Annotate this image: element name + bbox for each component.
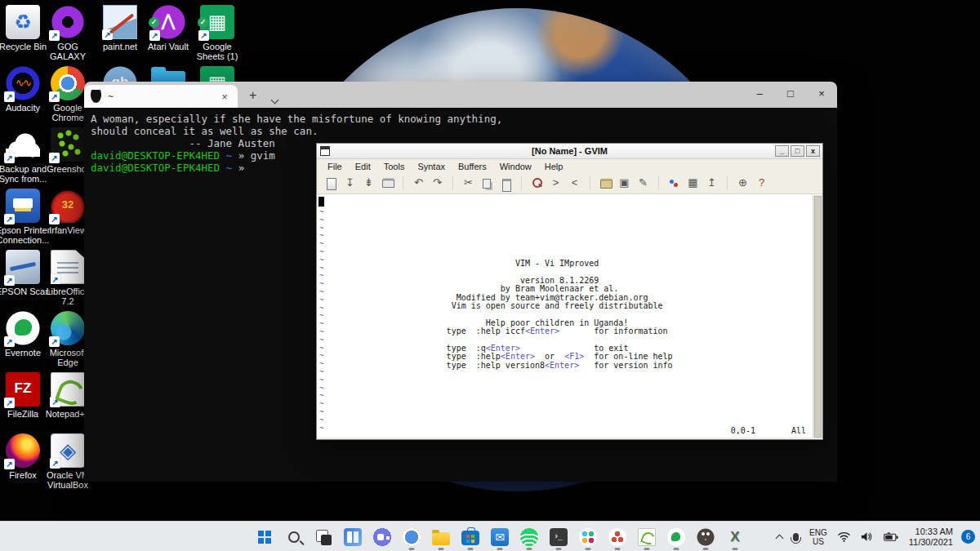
system-tray: ENG US 10:33 AM 11/30/2021 6	[774, 522, 975, 551]
file-explorer-taskbar-icon[interactable]	[426, 522, 456, 551]
save-all-icon[interactable]: ⇟	[361, 176, 376, 191]
paste-icon[interactable]	[498, 176, 514, 191]
explorer-glyph	[432, 532, 450, 545]
vim-welcome-text: VIM - Vi IMproved version 8.1.2269 by Br…	[447, 260, 673, 370]
paintnet-icon: ↗	[103, 5, 137, 39]
gvim-menu-edit[interactable]: Edit	[350, 161, 376, 172]
microphone-icon[interactable]	[791, 525, 801, 549]
gimp-taskbar-icon[interactable]	[691, 522, 720, 551]
gvim-menu-syntax[interactable]: Syntax	[412, 161, 451, 172]
chat-button[interactable]	[368, 522, 397, 551]
clock[interactable]: 10:33 AM 11/30/2021	[906, 525, 956, 549]
gvim-window: [No Name] - GVIM _ □ x FileEditToolsSynt…	[316, 143, 823, 440]
run-script-icon[interactable]: ✎	[635, 176, 651, 191]
gimp-glyph	[697, 528, 715, 546]
evernote-taskbar-icon[interactable]	[662, 522, 691, 551]
notification-badge[interactable]: 6	[961, 530, 975, 544]
gvim-titlebar[interactable]: [No Name] - GVIM _ □ x	[317, 144, 822, 159]
gvim-scrollbar[interactable]	[813, 195, 822, 438]
build-tags-icon[interactable]: ▦	[685, 176, 701, 191]
gvim-menu-tools[interactable]: Tools	[378, 161, 411, 172]
chrome-taskbar-icon[interactable]	[397, 522, 426, 551]
shortcut-arrow-icon: ↗	[49, 214, 60, 224]
desktop-icon-gsheets[interactable]: ↗✓Google Sheets (1)	[189, 5, 245, 61]
gvim-menu-window[interactable]: Window	[494, 161, 537, 172]
tray-overflow-chevron-icon[interactable]	[774, 525, 785, 549]
gvim-text-area[interactable]: ~~~~~~~~~~~~~~~~~~~~~~~~~~~~ VIM - Vi IM…	[317, 194, 822, 438]
volume-icon[interactable]	[858, 525, 875, 549]
start-button[interactable]	[250, 522, 279, 551]
taskbar: ENG US 10:33 AM 11/30/2021 6	[0, 521, 980, 551]
search-button[interactable]	[279, 522, 309, 551]
find-next-icon[interactable]: >	[548, 176, 564, 191]
find-prev-icon[interactable]: <	[567, 176, 582, 191]
red-dots-app-taskbar-icon[interactable]	[603, 522, 632, 551]
notepad-plus-plus-taskbar-icon[interactable]	[632, 522, 662, 551]
widgets-button[interactable]	[338, 522, 368, 551]
store-taskbar-icon[interactable]	[456, 522, 485, 551]
open-file-icon[interactable]	[323, 176, 339, 191]
save-session-icon[interactable]: ▣	[617, 176, 632, 191]
chrome-icon: ↗	[51, 66, 85, 100]
undo-icon[interactable]: ↶	[411, 176, 426, 191]
mail-taskbar-icon[interactable]	[485, 522, 514, 551]
language-line2: US	[813, 537, 824, 546]
running-indicator	[586, 548, 591, 550]
running-indicator	[703, 548, 709, 550]
terminal-maximize-button[interactable]: □	[775, 82, 806, 108]
cut-icon[interactable]: ✂	[461, 176, 476, 191]
gvim-close-button[interactable]: x	[806, 145, 820, 157]
copy-icon[interactable]	[479, 176, 495, 191]
vim-cursor-position: 0,0-1	[731, 426, 755, 435]
find-replace-icon[interactable]	[529, 176, 545, 191]
gvim-toolbar: ↧⇟↶↷✂><▣✎▦↥⊕?	[317, 173, 822, 194]
battery-icon[interactable]	[881, 525, 901, 549]
desktop-icon-atari[interactable]: ↗✓Atari Vault	[140, 5, 196, 51]
terminal-taskbar-icon[interactable]	[544, 522, 573, 551]
gvim-scrollbar-thumb[interactable]	[814, 196, 822, 438]
firefox-icon: ↗	[6, 433, 40, 468]
desktop-icon-gog[interactable]: ↗GOG GALAXY	[40, 5, 96, 61]
terminal-titlebar[interactable]: ~ × + – □ ×	[84, 82, 837, 108]
gvim-menu-buffers[interactable]: Buffers	[452, 161, 492, 172]
widgets-glyph	[344, 528, 362, 546]
gvim-menubar: FileEditToolsSyntaxBuffersWindowHelp	[317, 159, 822, 173]
save-file-icon[interactable]: ↧	[342, 176, 358, 191]
gog-icon: ↗	[51, 5, 85, 39]
toolbar-separator	[590, 176, 590, 190]
sync-check-icon: ✓	[149, 17, 159, 28]
toolbar-separator	[727, 176, 728, 190]
language-indicator[interactable]: ENG US	[807, 525, 830, 549]
gvim-maximize-button[interactable]: □	[791, 145, 804, 157]
redo-icon[interactable]: ↷	[430, 176, 445, 191]
terminal-tab[interactable]: ~ ×	[84, 85, 238, 108]
desktop-icon-paintnet[interactable]: ↗paint.net	[92, 5, 148, 51]
gvim-menu-file[interactable]: File	[322, 161, 348, 172]
wifi-icon[interactable]	[835, 525, 853, 549]
help-icon[interactable]: ⊕	[735, 176, 751, 191]
x-server-taskbar-icon[interactable]	[720, 522, 750, 551]
print-icon[interactable]	[380, 176, 395, 191]
terminal-tab-title: ~	[108, 91, 212, 102]
running-indicator	[644, 548, 650, 550]
new-tab-button[interactable]: +	[249, 88, 256, 103]
terminal-minimize-button[interactable]: –	[744, 82, 775, 108]
terminal-glyph	[550, 528, 568, 546]
terminal-close-button[interactable]: ×	[806, 82, 837, 108]
find-help-icon[interactable]: ?	[754, 176, 769, 191]
gvim-menu-help[interactable]: Help	[539, 161, 569, 172]
shortcut-arrow-icon: ↗	[4, 459, 15, 469]
taskbar-icons	[250, 522, 750, 551]
make-icon[interactable]	[666, 176, 682, 191]
shortcut-arrow-icon: ↗	[102, 29, 113, 40]
tab-dropdown-icon[interactable]	[272, 91, 278, 98]
spotify-taskbar-icon[interactable]	[514, 522, 544, 551]
slack-taskbar-icon[interactable]	[573, 522, 603, 551]
filezilla-icon: ↗	[6, 372, 40, 407]
gvim-minimize-button[interactable]: _	[775, 145, 789, 157]
load-session-icon[interactable]	[598, 176, 613, 191]
evernote-icon: ↗	[6, 311, 40, 345]
task-view-button[interactable]	[309, 522, 338, 551]
tab-close-icon[interactable]: ×	[218, 91, 231, 103]
jump-tag-icon[interactable]: ↥	[704, 176, 719, 191]
